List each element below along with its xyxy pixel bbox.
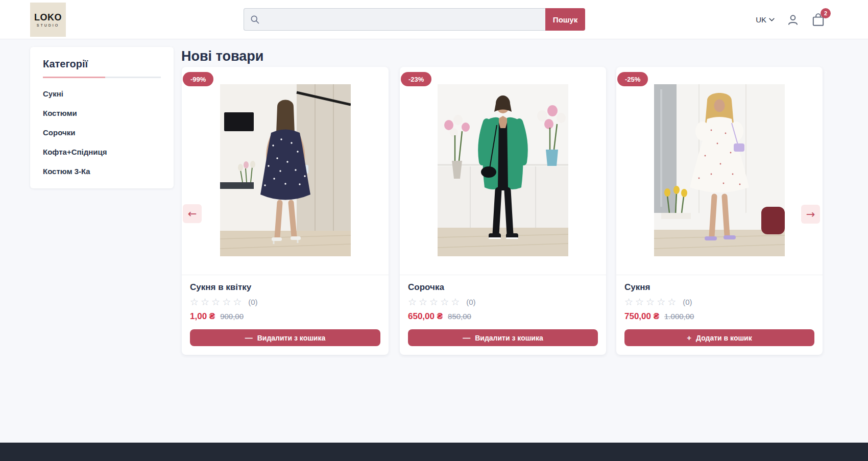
product-name[interactable]: Сукня	[624, 282, 814, 293]
star-icon: ☆	[657, 297, 667, 307]
star-icon: ☆	[646, 297, 657, 307]
sidebar-item-kostyum-3ka[interactable]: Костюм 3-Ка	[43, 167, 161, 176]
product-name[interactable]: Сорочка	[408, 282, 598, 293]
product-info: Сукня в квітку ☆☆☆☆☆ (0) 1,00 ₴ 900,00 —…	[182, 275, 389, 355]
cart-button-label: Видалити з кошика	[257, 334, 326, 342]
current-price: 1,00 ₴	[190, 311, 215, 322]
search-bar: Пошук	[244, 8, 585, 31]
star-icon: ☆	[201, 297, 211, 307]
discount-badge: -25%	[617, 72, 648, 86]
star-icon: ☆	[190, 297, 201, 307]
product-photo[interactable]	[654, 84, 785, 256]
carousel-prev-button[interactable]: ←	[183, 204, 202, 223]
product-rating: ☆☆☆☆☆ (0)	[408, 297, 598, 307]
current-price: 650,00 ₴	[408, 311, 443, 322]
category-list: Сукні Костюми Сорочки Кофта+Спідниця Кос…	[43, 89, 161, 176]
carousel-next-button[interactable]: →	[801, 205, 820, 224]
categories-title: Категорії	[43, 58, 161, 70]
product-photo-illustration	[438, 84, 568, 256]
rating-count: (0)	[248, 298, 257, 306]
discount-badge: -23%	[401, 72, 431, 86]
price-row: 650,00 ₴ 850,00	[408, 311, 598, 322]
star-icon: ☆	[408, 297, 419, 307]
star-rating-icons[interactable]: ☆☆☆☆☆	[624, 297, 678, 307]
old-price: 850,00	[448, 312, 471, 321]
cart-button[interactable]: 2	[811, 13, 825, 27]
rating-count: (0)	[466, 298, 475, 306]
product-card: -99%	[182, 67, 389, 355]
price-row: 750,00 ₴ 1.000,00	[624, 311, 814, 322]
product-card: -23%	[400, 67, 606, 355]
star-icon: ☆	[667, 297, 678, 307]
star-icon: ☆	[211, 297, 222, 307]
sidebar-item-sukni[interactable]: Сукні	[43, 89, 161, 99]
account-button[interactable]	[786, 13, 800, 27]
star-icon: ☆	[233, 297, 244, 307]
language-label: UK	[756, 15, 766, 24]
language-selector[interactable]: UK	[756, 15, 775, 24]
current-price: 750,00 ₴	[624, 311, 659, 322]
header: LOKO STUDIO Пошук UK	[0, 0, 868, 39]
star-icon: ☆	[624, 297, 635, 307]
logo-subtitle: STUDIO	[37, 23, 59, 27]
remove-from-cart-button[interactable]: — Видалити з кошика	[408, 329, 598, 346]
old-price: 900,00	[220, 312, 244, 321]
logo-title: LOKO	[34, 13, 62, 22]
product-photo[interactable]	[220, 84, 351, 256]
product-name[interactable]: Сукня в квітку	[190, 282, 380, 293]
sidebar-item-sorochky[interactable]: Сорочки	[43, 128, 161, 137]
star-icon: ☆	[635, 297, 646, 307]
remove-from-cart-button[interactable]: — Видалити з кошика	[190, 329, 380, 346]
sidebar-item-kofta-spidnytsya[interactable]: Кофта+Спідниця	[43, 148, 161, 157]
plus-icon: +	[687, 334, 691, 342]
search-button[interactable]: Пошук	[545, 8, 585, 31]
cart-button-label: Видалити з кошика	[475, 334, 543, 342]
discount-badge: -99%	[183, 72, 213, 86]
cart-button-label: Додати в кошик	[696, 334, 752, 342]
page-title: Нові товари	[181, 48, 263, 64]
star-icon: ☆	[429, 297, 440, 307]
header-actions: UK 2	[756, 0, 825, 39]
star-icon: ☆	[222, 297, 233, 307]
star-icon: ☆	[419, 297, 429, 307]
product-rating: ☆☆☆☆☆ (0)	[190, 297, 380, 307]
star-rating-icons[interactable]: ☆☆☆☆☆	[408, 297, 462, 307]
rating-count: (0)	[683, 298, 692, 306]
add-to-cart-button[interactable]: + Додати в кошик	[624, 329, 814, 346]
product-card: -25%	[616, 67, 823, 355]
product-photo-illustration	[220, 84, 351, 256]
minus-icon: —	[463, 334, 470, 342]
product-rating: ☆☆☆☆☆ (0)	[624, 297, 814, 307]
page: LOKO STUDIO Пошук UK	[0, 0, 868, 461]
title-underline	[43, 77, 161, 78]
search-input[interactable]	[260, 15, 545, 24]
cart-count-badge: 2	[821, 8, 831, 18]
user-icon	[786, 13, 800, 27]
minus-icon: —	[245, 334, 253, 342]
footer	[0, 443, 868, 461]
search-icon	[250, 14, 260, 25]
chevron-down-icon	[769, 18, 775, 21]
product-info: Сорочка ☆☆☆☆☆ (0) 650,00 ₴ 850,00 — Вида…	[400, 275, 606, 355]
search-input-wrap	[244, 8, 545, 31]
sidebar-item-kostyumy[interactable]: Костюми	[43, 109, 161, 118]
arrow-left-icon: ←	[188, 208, 197, 220]
product-photo[interactable]	[438, 84, 568, 256]
old-price: 1.000,00	[664, 312, 694, 321]
star-rating-icons[interactable]: ☆☆☆☆☆	[190, 297, 244, 307]
price-row: 1,00 ₴ 900,00	[190, 311, 380, 322]
brand-logo[interactable]: LOKO STUDIO	[30, 3, 66, 37]
star-icon: ☆	[451, 297, 462, 307]
product-info: Сукня ☆☆☆☆☆ (0) 750,00 ₴ 1.000,00 + Дода…	[616, 275, 823, 355]
star-icon: ☆	[440, 297, 451, 307]
product-photo-illustration	[654, 84, 785, 256]
categories-panel: Категорії Сукні Костюми Сорочки Кофта+Сп…	[30, 47, 174, 188]
arrow-right-icon: →	[806, 208, 815, 221]
